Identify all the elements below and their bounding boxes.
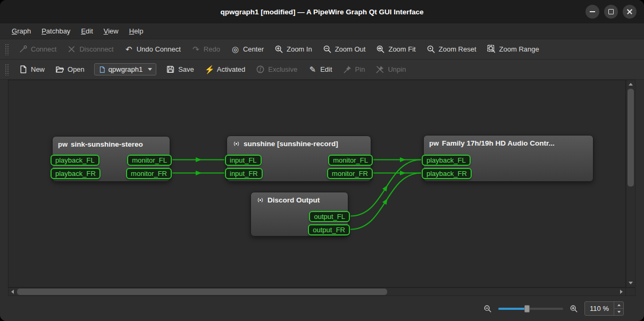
- port-monitor-fl[interactable]: monitor_FL: [328, 155, 373, 166]
- save-button[interactable]: Save: [161, 62, 199, 77]
- zoom-out-button[interactable]: Zoom Out: [318, 42, 371, 56]
- new-file-icon: [19, 65, 28, 74]
- node-sink-sunshine-stereo[interactable]: pw sink-sunshine-stereo playback_FL play…: [52, 136, 170, 182]
- redo-button[interactable]: ↷ Redo: [187, 42, 225, 56]
- toolbar-connect: Connect Disconnect ↶ Undo Connect ↷ Redo…: [0, 39, 644, 60]
- zoom-value[interactable]: 110 %: [585, 302, 614, 315]
- window-title: qpwgraph1 [modified] — A PipeWire Graph …: [0, 8, 644, 16]
- arrow-up-icon: [629, 83, 633, 86]
- graph-canvas[interactable]: pw sink-sunshine-stereo playback_FL play…: [8, 80, 626, 288]
- minimize-icon: [590, 11, 595, 12]
- zoom-in-button[interactable]: Zoom In: [270, 42, 317, 56]
- close-icon: [626, 9, 633, 15]
- arrow-down-icon: [617, 311, 621, 313]
- zoom-slider-handle[interactable]: [524, 305, 530, 312]
- menu-edit[interactable]: Edit: [76, 25, 98, 37]
- zoom-spin-down-button[interactable]: [614, 308, 623, 315]
- connect-icon: [19, 45, 28, 54]
- wire-arrow: [382, 197, 390, 205]
- edit-icon: ✎: [308, 65, 317, 74]
- node-discord-output[interactable]: Discord Output output_FL output_FR: [250, 192, 348, 236]
- zoom-reset-icon: [426, 45, 436, 54]
- zoom-slider[interactable]: [498, 305, 563, 313]
- pipewire-icon: pw: [429, 139, 439, 147]
- patchbay-profile-combobox[interactable]: qpwgraph1: [94, 63, 156, 75]
- status-zoom-out-button[interactable]: [483, 305, 492, 313]
- qpwgraph-window: qpwgraph1 [modified] — A PipeWire Graph …: [0, 0, 644, 321]
- port-output-fr[interactable]: output_FR: [308, 224, 350, 235]
- zoom-out-icon: [483, 305, 492, 313]
- edit-button[interactable]: ✎ Edit: [303, 62, 337, 77]
- port-monitor-fr[interactable]: monitor_FR: [327, 168, 373, 179]
- menu-help[interactable]: Help: [124, 25, 149, 37]
- toolbar-handle[interactable]: [5, 44, 9, 55]
- port-input-fr[interactable]: input_FR: [225, 168, 263, 179]
- vertical-scrollbar[interactable]: [626, 80, 635, 288]
- undo-connect-button[interactable]: ↶ Undo Connect: [120, 42, 186, 56]
- patchbay-profile-value: qpwgraph1: [108, 65, 143, 73]
- horizontal-scroll-thumb[interactable]: [17, 289, 387, 295]
- zoom-reset-button[interactable]: Zoom Reset: [422, 42, 481, 56]
- zoom-fit-icon: [376, 45, 385, 54]
- window-controls: [586, 5, 644, 19]
- connection-wires: [9, 80, 625, 287]
- zoom-range-button[interactable]: Zoom Range: [482, 42, 544, 56]
- node-title: pw sink-sunshine-stereo: [53, 137, 170, 148]
- port-monitor-fl[interactable]: monitor_FL: [127, 155, 172, 166]
- port-input-fl[interactable]: input_FL: [225, 155, 262, 166]
- port-output-fl[interactable]: output_FL: [309, 211, 350, 222]
- zoom-spin-up-button[interactable]: [614, 302, 623, 308]
- patchbay-file-icon: [98, 66, 106, 73]
- unpin-button[interactable]: Unpin: [371, 62, 411, 77]
- zoom-fit-button[interactable]: Zoom Fit: [371, 42, 420, 56]
- connect-button[interactable]: Connect: [14, 42, 61, 56]
- menu-view[interactable]: View: [98, 25, 124, 37]
- node-sunshine-record[interactable]: sunshine [sunshine-record] input_FL inpu…: [227, 136, 371, 182]
- zoom-in-icon: [570, 305, 578, 313]
- port-playback-fr[interactable]: playback_FR: [51, 168, 101, 179]
- horizontal-scrollbar[interactable]: [8, 288, 626, 296]
- disconnect-icon: [67, 45, 76, 54]
- center-button[interactable]: ◎ Center: [226, 42, 269, 56]
- horizontal-scroll-track[interactable]: [16, 288, 617, 295]
- scroll-up-button[interactable]: [626, 80, 635, 88]
- activated-button[interactable]: ⚡ Activated: [200, 62, 250, 77]
- titlebar[interactable]: qpwgraph1 [modified] — A PipeWire Graph …: [0, 0, 644, 23]
- scrollbar-corner: [626, 288, 635, 296]
- vertical-scroll-track[interactable]: [626, 88, 635, 279]
- close-button[interactable]: [623, 5, 637, 19]
- port-playback-fr[interactable]: playback_FR: [422, 168, 472, 179]
- unpin-icon: [375, 65, 384, 74]
- scroll-left-button[interactable]: [9, 288, 16, 295]
- node-title: pw Family 17h/19h HD Audio Contr...: [424, 136, 593, 147]
- wire-arrow: [400, 157, 406, 162]
- node-family-hd-audio[interactable]: pw Family 17h/19h HD Audio Contr... play…: [423, 135, 593, 182]
- zoom-spin-arrows: [614, 302, 623, 315]
- wire-arrow: [196, 157, 202, 162]
- svg-text:ƒ: ƒ: [259, 66, 262, 72]
- disconnect-button[interactable]: Disconnect: [62, 42, 118, 56]
- node-title: sunshine [sunshine-record]: [227, 136, 371, 148]
- open-folder-icon: [55, 65, 64, 74]
- port-playback-fl[interactable]: playback_FL: [51, 155, 99, 166]
- maximize-button[interactable]: [604, 5, 618, 19]
- statusbar: 110 %: [0, 296, 644, 321]
- minimize-button[interactable]: [586, 5, 599, 19]
- scroll-down-button[interactable]: [626, 279, 635, 287]
- status-zoom-in-button[interactable]: [570, 305, 578, 313]
- menubar: Graph Patchbay Edit View Help: [0, 23, 644, 39]
- zoom-range-icon: [487, 45, 496, 54]
- new-button[interactable]: New: [14, 62, 49, 77]
- toolbar-handle[interactable]: [5, 64, 9, 75]
- open-button[interactable]: Open: [51, 62, 89, 77]
- port-monitor-fr[interactable]: monitor_FR: [126, 168, 172, 179]
- vertical-scroll-thumb[interactable]: [628, 89, 634, 187]
- pin-button[interactable]: Pin: [338, 62, 370, 77]
- zoom-spinbox[interactable]: 110 %: [584, 301, 624, 316]
- exclusive-button[interactable]: ƒ Exclusive: [251, 62, 302, 77]
- stream-icon: [232, 140, 240, 148]
- port-playback-fl[interactable]: playback_FL: [422, 155, 471, 166]
- menu-graph[interactable]: Graph: [6, 25, 36, 37]
- menu-patchbay[interactable]: Patchbay: [36, 25, 76, 37]
- scroll-right-button[interactable]: [617, 288, 625, 295]
